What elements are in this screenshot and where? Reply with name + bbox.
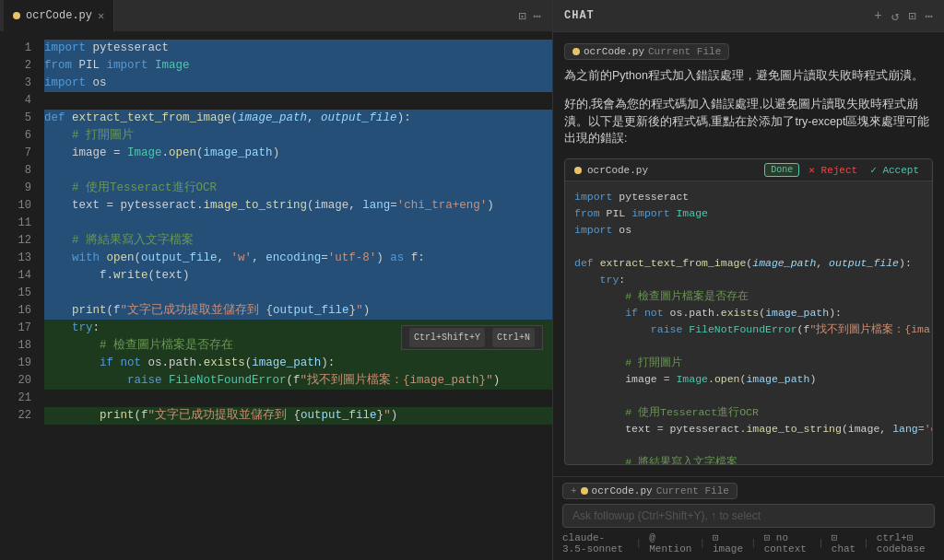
code-line-6: # 打開圖片 bbox=[44, 127, 552, 145]
chat-code-line-14: # 使用Tesseract進行OCR bbox=[574, 404, 923, 421]
chat-code-line-11: # 打開圖片 bbox=[574, 355, 923, 371]
user-message-text: 為之前的Python程式加入錯誤處理，避免圖片讀取失敗時程式崩潰。 bbox=[564, 67, 933, 85]
chat-code-line-12: image = Image.open(image_path) bbox=[574, 371, 923, 388]
tooltip-bar: Ctrl+Shift+Y Ctrl+N bbox=[401, 325, 543, 350]
code-line-8 bbox=[44, 162, 552, 180]
file-context-tag: ocrCode.py Current File bbox=[564, 43, 729, 60]
file-dot bbox=[572, 48, 580, 55]
chat-footer: + ocrCode.py Current File claude-3.5-son… bbox=[553, 476, 944, 560]
more-icon[interactable]: ⋯ bbox=[926, 8, 933, 24]
history-icon[interactable]: ↺ bbox=[891, 8, 899, 24]
ai-response-text: 好的,我會為您的程式碼加入錯誤處理,以避免圖片讀取失敗時程式崩潰。以下是更新後的… bbox=[564, 96, 933, 147]
code-line-20: raise FileNotFoundError(f"找不到圖片檔案：{image… bbox=[44, 372, 552, 390]
codebase-button[interactable]: ctrl+⊡ codebase bbox=[877, 531, 935, 554]
chat-code-line-13 bbox=[574, 388, 923, 404]
ai-message: 好的,我會為您的程式碼加入錯誤處理,以避免圖片讀取失敗時程式崩潰。以下是更新後的… bbox=[564, 96, 933, 147]
shortcut2: Ctrl+N bbox=[492, 328, 535, 347]
footer-file-name: ocrCode.py bbox=[592, 485, 653, 496]
code-line-16: print(f"文字已成功提取並儲存到 {output_file}") bbox=[44, 302, 552, 320]
code-line-2: from PIL import Image bbox=[44, 57, 552, 75]
chat-title: CHAT bbox=[564, 9, 874, 22]
code-line-11 bbox=[44, 215, 552, 232]
tab-actions: ⊡ ⋯ bbox=[518, 8, 549, 24]
chat-code-line-3: import os bbox=[574, 222, 923, 239]
code-container: 1 2 3 4 5 6 7 8 9 10 11 12 13 14 15 16 1… bbox=[0, 32, 552, 560]
code-line-9: # 使用Tesseract進行OCR bbox=[44, 180, 552, 197]
code-line-21 bbox=[44, 390, 552, 407]
code-file-dot bbox=[574, 167, 582, 174]
code-diff-block: ocrCode.py Done ✕ Reject ✓ Accept import… bbox=[564, 158, 933, 465]
chat-code-line-16 bbox=[574, 438, 923, 454]
close-icon[interactable]: ✕ bbox=[98, 9, 104, 23]
footer-file-context: Current File bbox=[656, 485, 729, 496]
file-tag-context: Current File bbox=[648, 46, 721, 57]
chat-code-line-9: raise FileNotFoundError(f"找不到圖片檔案：{ima bbox=[574, 321, 923, 338]
chat-header-icons: + ↺ ⊡ ⋯ bbox=[874, 8, 933, 24]
no-context-button[interactable]: ⊡ no context bbox=[764, 531, 811, 554]
accept-button[interactable]: ✓ Accept bbox=[867, 163, 923, 177]
footer-file-dot bbox=[581, 487, 588, 495]
chat-code-line-2: from PIL import Image bbox=[574, 205, 923, 222]
mention-button[interactable]: @ Mention bbox=[649, 532, 691, 554]
chat-panel: CHAT + ↺ ⊡ ⋯ ocrCode.py Current File 為之前… bbox=[553, 0, 944, 560]
code-line-22: print(f"文字已成功提取並儲存到 {output_file}") bbox=[44, 407, 552, 425]
chat-mode-button[interactable]: ⊡ chat bbox=[832, 531, 856, 554]
line-numbers: 1 2 3 4 5 6 7 8 9 10 11 12 13 14 15 16 1… bbox=[0, 32, 37, 560]
chat-code-line-4 bbox=[574, 239, 923, 255]
chat-code-line-8: if not os.path.exists(image_path): bbox=[574, 305, 923, 321]
file-tag-name: ocrCode.py bbox=[584, 46, 644, 57]
code-line-4 bbox=[44, 92, 552, 110]
chat-code-line-5: def extract_text_from_image(image_path, … bbox=[574, 255, 923, 272]
code-line-13: with open(output_file, 'w', encoding='ut… bbox=[44, 250, 552, 267]
chat-body: ocrCode.py Current File 為之前的Python程式加入錯誤… bbox=[553, 32, 944, 476]
code-line-14: f.write(text) bbox=[44, 267, 552, 285]
code-line-12: # 將結果寫入文字檔案 bbox=[44, 232, 552, 250]
image-button[interactable]: ⊡ image bbox=[713, 531, 743, 554]
tab-modified-dot bbox=[13, 12, 20, 19]
user-message: ocrCode.py Current File 為之前的Python程式加入錯誤… bbox=[564, 43, 933, 85]
code-line-15 bbox=[44, 285, 552, 302]
chat-code-line-7: # 檢查圖片檔案是否存在 bbox=[574, 288, 923, 305]
done-badge: Done bbox=[764, 163, 799, 177]
code-line-1: import pytesseract bbox=[44, 40, 552, 57]
chat-code-line-1: import pytesseract bbox=[574, 189, 923, 205]
chat-header: CHAT + ↺ ⊡ ⋯ bbox=[553, 0, 944, 32]
code-block-header: ocrCode.py Done ✕ Reject ✓ Accept bbox=[565, 159, 932, 181]
chat-code-line-17: # 將結果寫入文字檔案 bbox=[574, 454, 923, 465]
chat-code-line-15: text = pytesseract.image_to_string(image… bbox=[574, 421, 923, 438]
chat-code-line-6: try: bbox=[574, 272, 923, 288]
shortcut1: Ctrl+Shift+Y bbox=[409, 328, 485, 347]
chat-footer-status: claude-3.5-sonnet | @ Mention | ⊡ image … bbox=[562, 528, 935, 554]
code-line-7: image = Image.open(image_path) bbox=[44, 145, 552, 162]
panel-icon[interactable]: ⊡ bbox=[908, 8, 915, 24]
chat-code-line-10 bbox=[574, 338, 923, 355]
new-chat-icon[interactable]: + bbox=[874, 8, 881, 24]
chat-followup-input[interactable] bbox=[572, 509, 925, 522]
more-actions-icon[interactable]: ⋯ bbox=[534, 8, 541, 24]
tab-bar: ocrCode.py ✕ ⊡ ⋯ bbox=[0, 0, 552, 32]
tab-label: ocrCode.py bbox=[26, 9, 92, 22]
code-block-filename: ocrCode.py bbox=[587, 165, 759, 176]
model-label: claude-3.5-sonnet bbox=[562, 532, 629, 554]
code-block-body: import pytesseract from PIL import Image… bbox=[565, 181, 932, 465]
code-editor-content[interactable]: import pytesseract from PIL import Image… bbox=[37, 32, 552, 560]
add-context-icon[interactable]: + bbox=[571, 485, 577, 496]
reject-button[interactable]: ✕ Reject bbox=[805, 163, 861, 177]
chat-input-container bbox=[562, 504, 935, 528]
code-line-19: if not os.path.exists(image_path): bbox=[44, 355, 552, 372]
code-line-3: import os bbox=[44, 75, 552, 92]
split-editor-icon[interactable]: ⊡ bbox=[518, 8, 525, 24]
editor-panel: ocrCode.py ✕ ⊡ ⋯ 1 2 3 4 5 6 7 8 9 10 11… bbox=[0, 0, 553, 560]
code-line-10: text = pytesseract.image_to_string(image… bbox=[44, 197, 552, 215]
editor-tab[interactable]: ocrCode.py ✕ bbox=[4, 0, 114, 32]
code-line-5: def extract_text_from_image(image_path, … bbox=[44, 110, 552, 127]
footer-file-tag: + ocrCode.py Current File bbox=[562, 483, 738, 499]
